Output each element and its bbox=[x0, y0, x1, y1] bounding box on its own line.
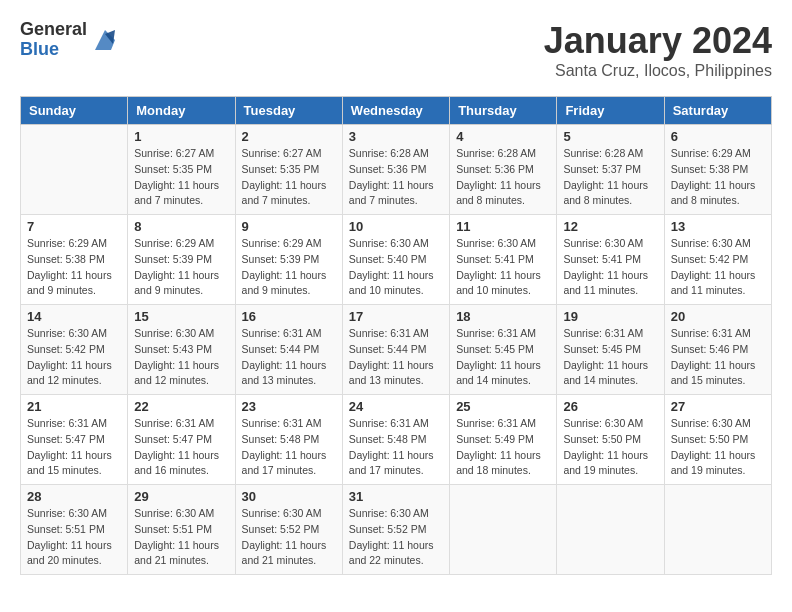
calendar-cell: 7Sunrise: 6:29 AMSunset: 5:38 PMDaylight… bbox=[21, 215, 128, 305]
page-header: General Blue January 2024 Santa Cruz, Il… bbox=[20, 20, 772, 80]
calendar-cell bbox=[664, 485, 771, 575]
day-info: Sunrise: 6:30 AMSunset: 5:51 PMDaylight:… bbox=[27, 506, 121, 569]
header-day-monday: Monday bbox=[128, 97, 235, 125]
header-day-wednesday: Wednesday bbox=[342, 97, 449, 125]
day-info: Sunrise: 6:31 AMSunset: 5:49 PMDaylight:… bbox=[456, 416, 550, 479]
day-info: Sunrise: 6:30 AMSunset: 5:43 PMDaylight:… bbox=[134, 326, 228, 389]
day-info: Sunrise: 6:30 AMSunset: 5:42 PMDaylight:… bbox=[27, 326, 121, 389]
logo-icon bbox=[91, 26, 119, 54]
calendar-cell: 3Sunrise: 6:28 AMSunset: 5:36 PMDaylight… bbox=[342, 125, 449, 215]
day-number: 5 bbox=[563, 129, 657, 144]
day-number: 25 bbox=[456, 399, 550, 414]
calendar-cell: 23Sunrise: 6:31 AMSunset: 5:48 PMDayligh… bbox=[235, 395, 342, 485]
header-day-thursday: Thursday bbox=[450, 97, 557, 125]
title-block: January 2024 Santa Cruz, Ilocos, Philipp… bbox=[544, 20, 772, 80]
day-info: Sunrise: 6:30 AMSunset: 5:41 PMDaylight:… bbox=[563, 236, 657, 299]
week-row-1: 1Sunrise: 6:27 AMSunset: 5:35 PMDaylight… bbox=[21, 125, 772, 215]
day-number: 22 bbox=[134, 399, 228, 414]
day-info: Sunrise: 6:31 AMSunset: 5:45 PMDaylight:… bbox=[563, 326, 657, 389]
day-number: 2 bbox=[242, 129, 336, 144]
day-number: 21 bbox=[27, 399, 121, 414]
location-title: Santa Cruz, Ilocos, Philippines bbox=[544, 62, 772, 80]
day-info: Sunrise: 6:30 AMSunset: 5:51 PMDaylight:… bbox=[134, 506, 228, 569]
day-info: Sunrise: 6:30 AMSunset: 5:52 PMDaylight:… bbox=[349, 506, 443, 569]
day-info: Sunrise: 6:27 AMSunset: 5:35 PMDaylight:… bbox=[134, 146, 228, 209]
day-info: Sunrise: 6:30 AMSunset: 5:50 PMDaylight:… bbox=[563, 416, 657, 479]
calendar-cell: 18Sunrise: 6:31 AMSunset: 5:45 PMDayligh… bbox=[450, 305, 557, 395]
calendar-table: SundayMondayTuesdayWednesdayThursdayFrid… bbox=[20, 96, 772, 575]
day-number: 1 bbox=[134, 129, 228, 144]
calendar-header-row: SundayMondayTuesdayWednesdayThursdayFrid… bbox=[21, 97, 772, 125]
week-row-5: 28Sunrise: 6:30 AMSunset: 5:51 PMDayligh… bbox=[21, 485, 772, 575]
day-info: Sunrise: 6:30 AMSunset: 5:52 PMDaylight:… bbox=[242, 506, 336, 569]
calendar-cell: 31Sunrise: 6:30 AMSunset: 5:52 PMDayligh… bbox=[342, 485, 449, 575]
day-number: 12 bbox=[563, 219, 657, 234]
logo-general-text: General bbox=[20, 20, 87, 40]
calendar-cell bbox=[557, 485, 664, 575]
day-info: Sunrise: 6:30 AMSunset: 5:42 PMDaylight:… bbox=[671, 236, 765, 299]
header-day-sunday: Sunday bbox=[21, 97, 128, 125]
calendar-cell: 9Sunrise: 6:29 AMSunset: 5:39 PMDaylight… bbox=[235, 215, 342, 305]
calendar-cell: 29Sunrise: 6:30 AMSunset: 5:51 PMDayligh… bbox=[128, 485, 235, 575]
header-day-friday: Friday bbox=[557, 97, 664, 125]
day-number: 31 bbox=[349, 489, 443, 504]
calendar-cell: 1Sunrise: 6:27 AMSunset: 5:35 PMDaylight… bbox=[128, 125, 235, 215]
calendar-cell: 8Sunrise: 6:29 AMSunset: 5:39 PMDaylight… bbox=[128, 215, 235, 305]
calendar-cell bbox=[21, 125, 128, 215]
calendar-cell: 19Sunrise: 6:31 AMSunset: 5:45 PMDayligh… bbox=[557, 305, 664, 395]
day-number: 13 bbox=[671, 219, 765, 234]
calendar-cell: 15Sunrise: 6:30 AMSunset: 5:43 PMDayligh… bbox=[128, 305, 235, 395]
day-number: 7 bbox=[27, 219, 121, 234]
calendar-cell: 26Sunrise: 6:30 AMSunset: 5:50 PMDayligh… bbox=[557, 395, 664, 485]
day-info: Sunrise: 6:31 AMSunset: 5:47 PMDaylight:… bbox=[27, 416, 121, 479]
calendar-cell: 25Sunrise: 6:31 AMSunset: 5:49 PMDayligh… bbox=[450, 395, 557, 485]
week-row-4: 21Sunrise: 6:31 AMSunset: 5:47 PMDayligh… bbox=[21, 395, 772, 485]
calendar-cell: 16Sunrise: 6:31 AMSunset: 5:44 PMDayligh… bbox=[235, 305, 342, 395]
calendar-cell: 21Sunrise: 6:31 AMSunset: 5:47 PMDayligh… bbox=[21, 395, 128, 485]
day-info: Sunrise: 6:31 AMSunset: 5:48 PMDaylight:… bbox=[242, 416, 336, 479]
day-number: 10 bbox=[349, 219, 443, 234]
header-day-tuesday: Tuesday bbox=[235, 97, 342, 125]
day-number: 19 bbox=[563, 309, 657, 324]
day-number: 20 bbox=[671, 309, 765, 324]
week-row-2: 7Sunrise: 6:29 AMSunset: 5:38 PMDaylight… bbox=[21, 215, 772, 305]
day-number: 28 bbox=[27, 489, 121, 504]
day-info: Sunrise: 6:28 AMSunset: 5:36 PMDaylight:… bbox=[349, 146, 443, 209]
day-number: 9 bbox=[242, 219, 336, 234]
day-info: Sunrise: 6:29 AMSunset: 5:38 PMDaylight:… bbox=[27, 236, 121, 299]
header-day-saturday: Saturday bbox=[664, 97, 771, 125]
calendar-cell: 4Sunrise: 6:28 AMSunset: 5:36 PMDaylight… bbox=[450, 125, 557, 215]
day-number: 11 bbox=[456, 219, 550, 234]
day-info: Sunrise: 6:28 AMSunset: 5:36 PMDaylight:… bbox=[456, 146, 550, 209]
day-info: Sunrise: 6:30 AMSunset: 5:50 PMDaylight:… bbox=[671, 416, 765, 479]
calendar-cell: 13Sunrise: 6:30 AMSunset: 5:42 PMDayligh… bbox=[664, 215, 771, 305]
calendar-cell: 12Sunrise: 6:30 AMSunset: 5:41 PMDayligh… bbox=[557, 215, 664, 305]
calendar-cell: 20Sunrise: 6:31 AMSunset: 5:46 PMDayligh… bbox=[664, 305, 771, 395]
calendar-cell: 6Sunrise: 6:29 AMSunset: 5:38 PMDaylight… bbox=[664, 125, 771, 215]
day-info: Sunrise: 6:29 AMSunset: 5:39 PMDaylight:… bbox=[242, 236, 336, 299]
day-number: 24 bbox=[349, 399, 443, 414]
day-info: Sunrise: 6:28 AMSunset: 5:37 PMDaylight:… bbox=[563, 146, 657, 209]
week-row-3: 14Sunrise: 6:30 AMSunset: 5:42 PMDayligh… bbox=[21, 305, 772, 395]
day-number: 16 bbox=[242, 309, 336, 324]
calendar-cell: 11Sunrise: 6:30 AMSunset: 5:41 PMDayligh… bbox=[450, 215, 557, 305]
day-number: 15 bbox=[134, 309, 228, 324]
day-number: 4 bbox=[456, 129, 550, 144]
calendar-cell: 14Sunrise: 6:30 AMSunset: 5:42 PMDayligh… bbox=[21, 305, 128, 395]
day-info: Sunrise: 6:31 AMSunset: 5:46 PMDaylight:… bbox=[671, 326, 765, 389]
day-number: 27 bbox=[671, 399, 765, 414]
calendar-cell bbox=[450, 485, 557, 575]
calendar-cell: 10Sunrise: 6:30 AMSunset: 5:40 PMDayligh… bbox=[342, 215, 449, 305]
day-number: 30 bbox=[242, 489, 336, 504]
day-number: 29 bbox=[134, 489, 228, 504]
day-number: 26 bbox=[563, 399, 657, 414]
day-info: Sunrise: 6:27 AMSunset: 5:35 PMDaylight:… bbox=[242, 146, 336, 209]
day-number: 14 bbox=[27, 309, 121, 324]
logo-blue-text: Blue bbox=[20, 40, 87, 60]
calendar-cell: 2Sunrise: 6:27 AMSunset: 5:35 PMDaylight… bbox=[235, 125, 342, 215]
day-info: Sunrise: 6:31 AMSunset: 5:44 PMDaylight:… bbox=[349, 326, 443, 389]
day-info: Sunrise: 6:29 AMSunset: 5:38 PMDaylight:… bbox=[671, 146, 765, 209]
logo: General Blue bbox=[20, 20, 119, 60]
month-title: January 2024 bbox=[544, 20, 772, 62]
day-info: Sunrise: 6:30 AMSunset: 5:40 PMDaylight:… bbox=[349, 236, 443, 299]
